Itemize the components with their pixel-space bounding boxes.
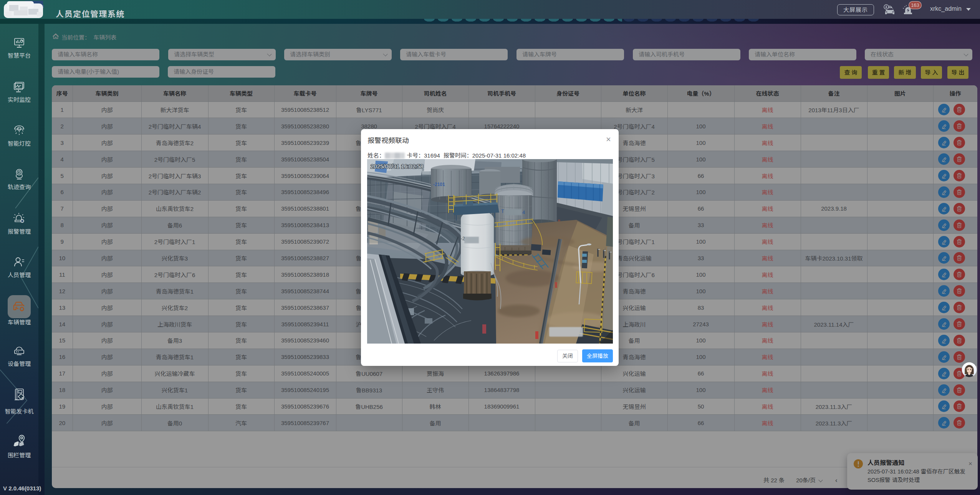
svg-text:2025/07/31 16:02:58: 2025/07/31 16:02:58 <box>371 163 424 169</box>
